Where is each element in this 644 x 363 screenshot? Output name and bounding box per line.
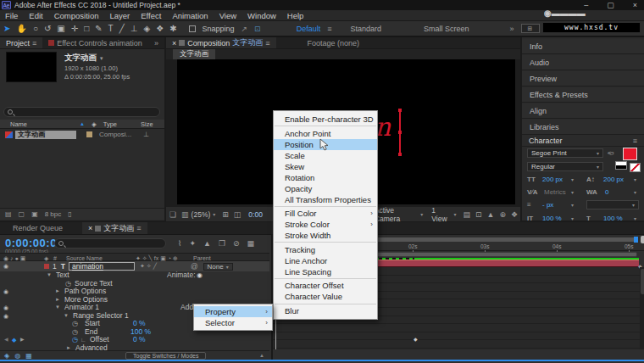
project-bpc[interactable]: 8 bpc [45, 210, 62, 218]
stroke-color-swatch[interactable] [630, 163, 641, 172]
selection-tool-icon[interactable]: ➤ [3, 24, 10, 33]
panel-lock-icon[interactable] [179, 40, 185, 46]
tracking-caret-icon[interactable]: ▾ [634, 189, 636, 195]
column-size[interactable]: Size [141, 120, 153, 128]
workspace-search-icon[interactable]: ⊞ [521, 24, 540, 33]
vertical-scale-caret-icon[interactable]: ▾ [571, 215, 574, 221]
workspace-overflow[interactable]: » [510, 25, 514, 33]
layer-name-input[interactable]: animation [69, 262, 135, 271]
prev-keyframe-icon[interactable]: ◀ [4, 336, 8, 344]
time-navigator-handle[interactable] [641, 236, 644, 243]
eye-icon[interactable]: ◉ [3, 263, 8, 270]
reset-exposure-icon[interactable]: ❖ [511, 210, 518, 219]
layer-label-swatch[interactable] [44, 264, 49, 269]
menu-file[interactable]: File [5, 11, 18, 20]
puppet-pin-tool-icon[interactable]: ✱ [169, 24, 176, 33]
menu-item-stroke-color[interactable]: Stroke Color› [274, 219, 377, 230]
composition-mini-flowchart-icon[interactable]: ⌇ [178, 239, 181, 248]
scrollbar-thumb[interactable] [641, 269, 644, 294]
hide-shy-layers-icon[interactable]: ▲ [203, 239, 211, 248]
view-layout-dropdown[interactable]: 1 View▾ [431, 206, 456, 223]
panel-libraries[interactable]: Libraries [522, 120, 644, 135]
panel-preview[interactable]: Preview [522, 71, 644, 87]
eye-icon[interactable]: ◉ [3, 304, 8, 312]
fast-previews-icon[interactable]: ⊡ [475, 210, 482, 219]
stroke-style-select[interactable]: ▾ [586, 200, 639, 209]
clone-stamp-tool-icon[interactable]: ⊥ [130, 24, 138, 33]
eraser-tool-icon[interactable]: ◈ [143, 24, 150, 33]
pixel-aspect-icon[interactable]: ▤ [463, 210, 470, 219]
panel-effects-presets[interactable]: Effects & Presets [522, 87, 644, 103]
menu-edit[interactable]: Edit [29, 11, 42, 20]
vertical-scrollbar[interactable] [640, 267, 644, 349]
tab-close-icon[interactable]: × [172, 39, 176, 47]
roto-brush-tool-icon[interactable]: ❖ [156, 24, 164, 33]
tab-composition-viewer[interactable]: × Composition 文字动画 ≡ [166, 37, 276, 48]
keyframe-toggle-icon[interactable]: ◆ [12, 336, 16, 344]
project-item-name[interactable]: 文字动画 [15, 131, 76, 139]
graph-editor-icon[interactable]: ▦ [247, 239, 255, 248]
menu-item-property[interactable]: Property› [194, 306, 272, 317]
trash-icon[interactable]: ▯ [68, 210, 71, 218]
hand-tool-icon[interactable]: ✋ [16, 24, 26, 33]
kerning-value[interactable]: Metrics [544, 188, 566, 196]
menu-layer[interactable]: Layer [110, 11, 130, 20]
row-offset[interactable]: ◀ ◆ ▶ ◷ ∟ Offset 0 % [0, 336, 269, 344]
workspace-menu-icon[interactable]: ≡ [327, 25, 331, 33]
timeline-button-icon[interactable]: ▲ [486, 210, 494, 219]
row-path-options[interactable]: ◉ ► Path Options [0, 288, 269, 296]
font-size-caret-icon[interactable]: ▾ [571, 176, 574, 182]
project-item-row[interactable]: 文字动画 Composi... ⊥ [0, 129, 164, 140]
timeline-search-input[interactable] [54, 238, 166, 249]
menu-item-line-spacing[interactable]: Line Spacing [274, 266, 377, 277]
leading-caret-icon[interactable]: ▾ [634, 176, 636, 182]
tab-close-icon[interactable]: × [88, 224, 92, 232]
animate-target-icon[interactable]: ◉ [197, 271, 203, 280]
tracking-value[interactable]: 0 [605, 188, 608, 196]
horizontal-scrollbar[interactable] [0, 360, 644, 361]
vertical-scale-value[interactable]: 100 % [542, 215, 562, 222]
resolution-icon[interactable]: ⊞ [222, 210, 229, 219]
keyframe-diamond[interactable]: ◆ [414, 336, 418, 342]
menu-help[interactable]: Help [287, 11, 304, 20]
parent-column[interactable]: Parent [193, 255, 211, 261]
menu-window[interactable]: Window [247, 11, 276, 20]
region-of-interest-icon[interactable]: ◫ [234, 210, 242, 219]
workspace-standard[interactable]: Standard [350, 25, 381, 33]
flowchart-button-icon[interactable]: ⊕ [499, 210, 506, 219]
panel-align[interactable]: Align [522, 103, 644, 119]
kerning-caret-icon[interactable]: ▾ [571, 189, 574, 195]
toggle-switches-modes-button[interactable]: Toggle Switches / Modes [125, 352, 206, 360]
frame-blending-icon[interactable]: ❐ [219, 239, 225, 248]
layer-row-1[interactable]: ◉ 1 T animation ✦ ✧ ╱ @ None▾ [0, 261, 269, 271]
new-folder-icon[interactable]: ▢ [19, 210, 25, 218]
menu-item-character-offset[interactable]: Character Offset [274, 280, 377, 291]
pan-behind-tool-icon[interactable]: ✛ [71, 24, 78, 33]
project-search-input[interactable] [3, 107, 160, 117]
menu-item-fill-color[interactable]: Fill Color› [274, 208, 377, 219]
panel-info[interactable]: Info [522, 39, 644, 54]
menu-item-opacity[interactable]: Opacity [274, 183, 377, 194]
font-style-select[interactable]: Regular▾ [527, 162, 603, 171]
menu-animation[interactable]: Animation [172, 11, 208, 20]
interpret-footage-icon[interactable]: ▤ [5, 210, 12, 218]
new-composition-icon[interactable]: ▣ [31, 210, 38, 218]
character-menu-icon[interactable]: ≡ [633, 137, 637, 145]
panel-menu-icon[interactable]: ≡ [32, 39, 36, 47]
font-size-value[interactable]: 200 px [542, 176, 563, 183]
shape-tool-icon[interactable]: □ [84, 24, 89, 33]
motion-blur-icon[interactable]: ⊘ [233, 239, 240, 248]
tag-icon[interactable]: ◈ [92, 120, 97, 128]
brush-tool-icon[interactable]: ╱ [119, 24, 125, 33]
row-text[interactable]: ▼ Text Animate: ◉ [0, 271, 269, 280]
horizontal-scale-value[interactable]: 100 % [603, 215, 623, 222]
parent-pickwhip-icon[interactable]: @ [191, 262, 198, 271]
always-preview-icon[interactable]: ❏ [169, 210, 176, 219]
eye-icon[interactable]: ◉ [3, 288, 8, 296]
sort-asc-icon[interactable]: ▲ [80, 121, 85, 126]
menu-item-line-anchor[interactable]: Line Anchor [274, 255, 377, 266]
column-name[interactable]: Name [10, 120, 27, 128]
horizontal-scale-caret-icon[interactable]: ▾ [634, 215, 636, 221]
tab-render-queue[interactable]: Render Queue [7, 222, 69, 234]
workspace-small-screen[interactable]: Small Screen [424, 25, 469, 33]
